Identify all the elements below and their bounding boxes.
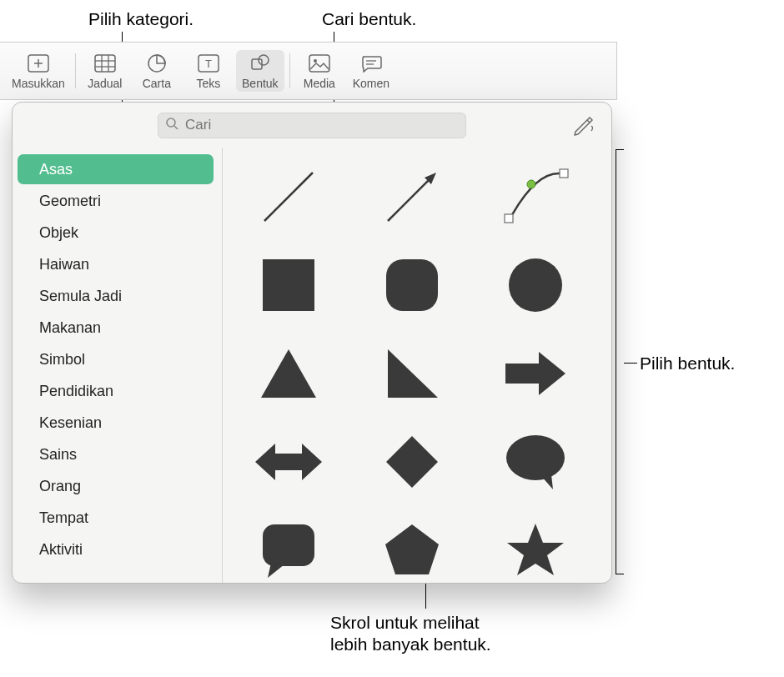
- toolbar-media-button[interactable]: Media: [295, 50, 344, 92]
- search-input[interactable]: [183, 116, 459, 134]
- category-item[interactable]: Geometri: [18, 186, 214, 216]
- toolbar-insert-button[interactable]: Masukkan: [7, 50, 70, 92]
- category-item[interactable]: Semula Jadi: [18, 281, 214, 311]
- category-item[interactable]: Kesenian: [18, 408, 214, 438]
- svg-rect-13: [309, 55, 329, 72]
- svg-marker-38: [507, 524, 564, 575]
- callout-scroll-line2: lebih banyak bentuk.: [330, 634, 491, 655]
- callout-pick-label: Pilih bentuk.: [640, 353, 735, 374]
- svg-point-14: [314, 59, 317, 63]
- shape-star[interactable]: [498, 516, 573, 583]
- draw-shape-button[interactable]: [571, 114, 596, 136]
- svg-marker-29: [388, 349, 438, 398]
- shape-diamond[interactable]: [374, 428, 450, 496]
- shape-speech-bubble-square[interactable]: [251, 516, 326, 583]
- callout-pick-h2: [616, 574, 624, 574]
- shape-grid[interactable]: [223, 148, 611, 583]
- svg-point-17: [167, 118, 175, 127]
- toolbar-divider: [75, 53, 76, 88]
- popover-header: [13, 103, 611, 148]
- toolbar-table-button[interactable]: Jadual: [81, 50, 129, 92]
- category-item[interactable]: Simbol: [18, 344, 214, 374]
- toolbar: Masukkan Jadual Carta T Teks Bentuk Medi…: [0, 42, 617, 100]
- svg-rect-25: [263, 259, 314, 311]
- toolbar-text-label: Teks: [196, 77, 220, 90]
- svg-marker-30: [505, 352, 565, 395]
- svg-rect-23: [560, 169, 568, 178]
- toolbar-divider-2: [289, 53, 290, 88]
- text-icon: T: [197, 53, 220, 73]
- svg-point-12: [259, 55, 269, 65]
- toolbar-comment-button[interactable]: Komen: [347, 50, 395, 92]
- shape-circle[interactable]: [498, 251, 573, 319]
- shape-curve-tool[interactable]: [498, 163, 573, 231]
- popover-body: AsasGeometriObjekHaiwanSemula JadiMakana…: [13, 148, 611, 583]
- toolbar-comment-label: Komen: [353, 77, 389, 90]
- shape-right-triangle[interactable]: [374, 339, 450, 408]
- callout-pick-leader-v: [616, 149, 616, 574]
- category-item[interactable]: Sains: [18, 439, 214, 469]
- toolbar-shape-label: Bentuk: [242, 77, 279, 90]
- search-field[interactable]: [158, 113, 466, 138]
- category-item[interactable]: Objek: [18, 218, 214, 248]
- shape-pentagon[interactable]: [374, 516, 450, 583]
- shape-arrow-line[interactable]: [374, 163, 450, 231]
- svg-marker-37: [385, 524, 439, 574]
- svg-rect-35: [263, 524, 314, 566]
- shape-speech-bubble-oval[interactable]: [498, 428, 573, 496]
- svg-point-33: [506, 435, 565, 480]
- svg-point-24: [527, 180, 535, 188]
- shape-double-arrow[interactable]: [251, 428, 326, 496]
- shape-triangle[interactable]: [251, 339, 326, 408]
- svg-line-20: [388, 178, 431, 221]
- svg-line-19: [264, 173, 313, 221]
- toolbar-shape-button[interactable]: Bentuk: [236, 50, 284, 92]
- toolbar-insert-label: Masukkan: [12, 77, 65, 90]
- shape-arrow-right[interactable]: [498, 339, 573, 408]
- category-sidebar: AsasGeometriObjekHaiwanSemula JadiMakana…: [13, 148, 223, 583]
- shape-icon: [249, 53, 272, 73]
- plus-icon: [27, 53, 50, 73]
- callout-search-label: Cari bentuk.: [322, 8, 416, 30]
- svg-line-18: [174, 126, 178, 129]
- media-icon: [308, 53, 331, 73]
- svg-rect-26: [386, 259, 438, 311]
- toolbar-table-label: Jadual: [88, 77, 122, 90]
- category-item[interactable]: Orang: [18, 471, 214, 501]
- search-icon: [165, 117, 178, 133]
- toolbar-chart-label: Carta: [143, 77, 171, 90]
- callout-scroll-line1: Skrol untuk melihat: [330, 612, 480, 634]
- callout-category-label: Pilih kategori.: [88, 8, 193, 30]
- category-item[interactable]: Tempat: [18, 503, 214, 533]
- toolbar-chart-button[interactable]: Carta: [133, 50, 181, 92]
- shape-line[interactable]: [251, 163, 326, 231]
- table-icon: [93, 53, 117, 73]
- svg-marker-32: [386, 436, 438, 488]
- toolbar-media-label: Media: [304, 77, 335, 90]
- category-item[interactable]: Makanan: [18, 313, 214, 343]
- chart-icon: [145, 53, 168, 73]
- shape-rounded-square[interactable]: [374, 251, 450, 319]
- svg-text:T: T: [205, 58, 212, 70]
- svg-rect-3: [95, 55, 115, 72]
- svg-point-27: [509, 258, 562, 312]
- category-item[interactable]: Asas: [18, 154, 214, 184]
- category-item[interactable]: Haiwan: [18, 249, 214, 279]
- toolbar-text-button[interactable]: T Teks: [184, 50, 233, 92]
- svg-marker-28: [261, 349, 316, 398]
- shapes-popover: AsasGeometriObjekHaiwanSemula JadiMakana…: [12, 102, 612, 584]
- svg-rect-22: [505, 214, 513, 223]
- category-item[interactable]: Aktiviti: [18, 534, 214, 564]
- svg-marker-34: [541, 474, 553, 489]
- category-item[interactable]: Pendidikan: [18, 376, 214, 406]
- svg-marker-31: [255, 444, 322, 480]
- shape-square[interactable]: [251, 251, 326, 319]
- comment-icon: [359, 53, 383, 73]
- callout-pick-h1: [616, 149, 624, 150]
- callout-pick-h-mid: [624, 363, 637, 364]
